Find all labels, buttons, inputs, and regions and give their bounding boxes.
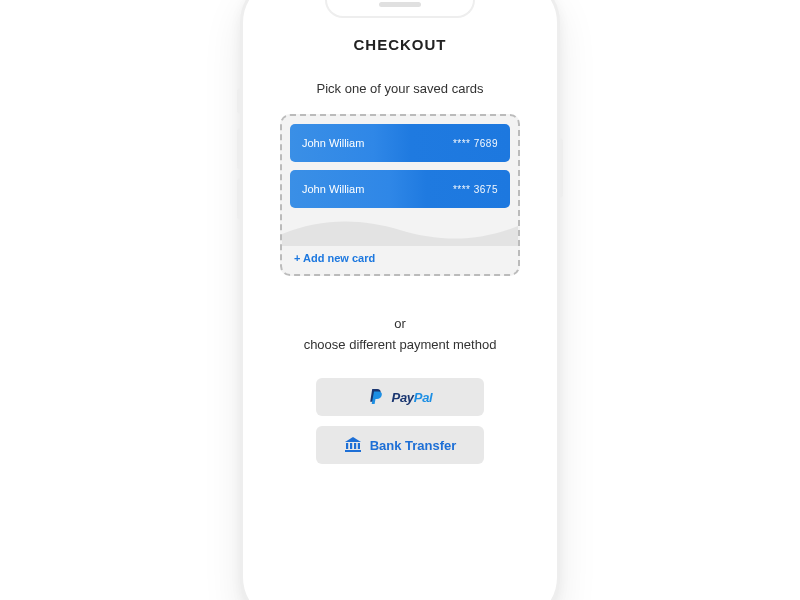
page-title: CHECKOUT [354,36,447,53]
phone-side-button [237,88,241,114]
card-last-digits: **** 7689 [453,138,498,149]
choose-method-label: choose different payment method [304,337,497,352]
card-last-digits: **** 3675 [453,184,498,195]
svg-rect-4 [345,450,361,452]
svg-rect-1 [350,443,352,449]
svg-rect-2 [354,443,356,449]
bank-icon [344,437,362,453]
phone-volume-up [237,128,241,170]
bank-transfer-button[interactable]: Bank Transfer [316,426,484,464]
svg-rect-0 [346,443,348,449]
phone-screen: CHECKOUT Pick one of your saved cards Jo… [257,0,543,600]
phone-power-button [559,138,563,198]
saved-card-2[interactable]: John William **** 3675 [290,170,510,208]
checkout-content: CHECKOUT Pick one of your saved cards Jo… [257,0,543,474]
add-new-card-button[interactable]: + Add new card [290,246,510,270]
svg-rect-3 [357,443,359,449]
saved-cards-container: John William **** 7689 John William ****… [280,114,520,276]
phone-volume-down [237,178,241,220]
paypal-icon [368,388,384,406]
phone-frame: CHECKOUT Pick one of your saved cards Jo… [240,0,560,600]
cards-wave-decoration [282,212,518,246]
card-holder-name: John William [302,183,364,195]
saved-card-1[interactable]: John William **** 7689 [290,124,510,162]
bank-transfer-label: Bank Transfer [370,438,457,453]
phone-speaker [379,2,421,7]
paypal-label: PayPal [392,390,433,405]
saved-cards-subtitle: Pick one of your saved cards [317,81,484,96]
card-holder-name: John William [302,137,364,149]
or-label: or [394,316,406,331]
paypal-button[interactable]: PayPal [316,378,484,416]
phone-notch [325,0,475,18]
